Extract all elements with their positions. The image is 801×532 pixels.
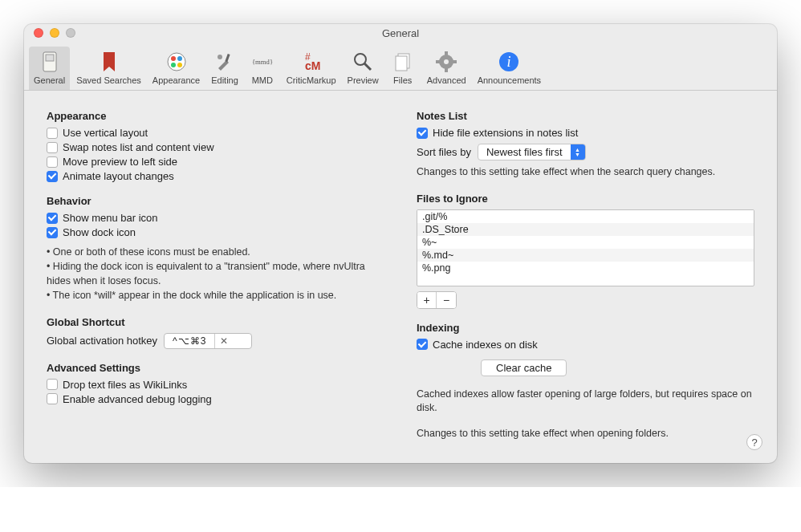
svg-text:i: i	[507, 54, 511, 70]
svg-text:cM: cM	[305, 59, 320, 72]
tools-icon	[213, 50, 237, 74]
svg-point-2	[168, 53, 185, 71]
left-column: Appearance Use vertical layoutSwap notes…	[47, 110, 384, 441]
behavior-label-1: Show dock icon	[63, 226, 136, 238]
behavior-checkbox-1[interactable]	[47, 227, 58, 238]
toolbar-tab-announcements[interactable]: iAnnouncements	[473, 47, 547, 90]
behavior-row-1[interactable]: Show dock icon	[47, 226, 384, 238]
appearance-checkbox-2[interactable]	[47, 156, 58, 168]
ignore-item-0[interactable]: .git/%	[417, 210, 754, 223]
toolbar-tab-appearance[interactable]: Appearance	[148, 47, 205, 90]
advanced-label-0: Drop text files as WikiLinks	[63, 379, 187, 391]
advanced-row-0[interactable]: Drop text files as WikiLinks	[47, 379, 384, 391]
sort-select[interactable]: Newest files first ▲▼	[478, 144, 586, 160]
advanced-label-1: Enable advanced debug logging	[63, 393, 212, 405]
toolbar-label: Editing	[211, 75, 238, 85]
behavior-heading: Behavior	[47, 195, 384, 207]
toolbar-label: CriticMarkup	[287, 75, 336, 85]
svg-point-3	[171, 56, 176, 61]
svg-rect-18	[445, 51, 448, 55]
behavior-note: • Hiding the dock icon is equivalent to …	[47, 259, 384, 288]
svg-rect-21	[453, 60, 457, 63]
behavior-note: • The icon *will* appear in the dock whi…	[47, 288, 384, 303]
appearance-row-2[interactable]: Move preview to left side	[47, 156, 384, 168]
toolbar-label: MMD	[252, 75, 273, 85]
advanced-settings-checkboxes: Drop text files as WikiLinksEnable advan…	[47, 379, 384, 405]
global-hotkey-label: Global activation hotkey	[47, 335, 157, 347]
global-hotkey-row: Global activation hotkey ^⌥⌘3 ✕	[47, 333, 384, 349]
toolbar-label: General	[34, 75, 65, 85]
svg-line-13	[364, 63, 371, 70]
titlebar: General	[24, 24, 777, 42]
appearance-label-3: Animate layout changes	[63, 170, 174, 182]
files-to-ignore-heading: Files to Ignore	[417, 193, 754, 205]
svg-point-17	[444, 59, 449, 64]
ignore-item-1[interactable]: .DS_Store	[417, 223, 754, 236]
cache-indexes-checkbox[interactable]	[417, 339, 428, 350]
preferences-window: General GeneralSaved SearchesAppearanceE…	[24, 24, 777, 463]
sort-label: Sort files by	[417, 146, 471, 158]
add-ignore-button[interactable]: +	[417, 292, 437, 308]
global-hotkey-field[interactable]: ^⌥⌘3 ✕	[164, 333, 252, 349]
add-remove-buttons: + −	[417, 291, 457, 309]
behavior-note: • One or both of these icons must be ena…	[47, 245, 384, 259]
indexing-heading: Indexing	[417, 322, 754, 334]
toolbar-label: Preview	[348, 75, 379, 85]
toolbar-label: Announcements	[478, 75, 542, 85]
ignore-item-4[interactable]: %.png	[417, 262, 754, 274]
toolbar-tab-preview[interactable]: Preview	[343, 47, 384, 90]
ignore-item-2[interactable]: %~	[417, 236, 754, 249]
appearance-checkbox-3[interactable]	[47, 171, 58, 182]
ignore-item-3[interactable]: %.md~	[417, 249, 754, 262]
svg-rect-15	[396, 56, 407, 71]
hide-extensions-row[interactable]: Hide file extensions in notes list	[417, 127, 754, 139]
appearance-checkbox-0[interactable]	[47, 128, 58, 139]
toolbar-tab-mmd[interactable]: {mmd}MMD	[245, 47, 280, 90]
right-column: Notes List Hide file extensions in notes…	[417, 110, 754, 441]
notes-list-heading: Notes List	[417, 110, 754, 122]
sort-row: Sort files by Newest files first ▲▼	[417, 144, 754, 160]
toolbar-tab-advanced[interactable]: Advanced	[422, 47, 471, 90]
clear-cache-button[interactable]: Clear cache	[481, 359, 567, 376]
advanced-checkbox-0[interactable]	[47, 379, 58, 390]
global-hotkey-clear[interactable]: ✕	[214, 334, 232, 348]
global-hotkey-value: ^⌥⌘3	[165, 334, 214, 348]
toolbar-tab-general[interactable]: General	[29, 47, 70, 90]
advanced-row-1[interactable]: Enable advanced debug logging	[47, 393, 384, 405]
indexing-desc1: Cached indexes allow faster opening of l…	[417, 388, 754, 416]
gear-icon	[434, 50, 458, 74]
behavior-checkbox-0[interactable]	[47, 213, 58, 224]
mmd-icon: {mmd}	[250, 50, 274, 74]
appearance-row-0[interactable]: Use vertical layout	[47, 127, 384, 139]
behavior-notes: • One or both of these icons must be ena…	[47, 245, 384, 303]
hide-extensions-checkbox[interactable]	[417, 128, 428, 139]
toolbar-label: Files	[393, 75, 412, 85]
svg-point-12	[355, 54, 366, 65]
indexing-desc2: Changes to this setting take effect when…	[417, 427, 754, 441]
sort-note: Changes to this setting take effect when…	[417, 165, 754, 180]
svg-rect-7	[225, 54, 230, 62]
toolbar-label: Saved Searches	[76, 75, 141, 85]
appearance-row-1[interactable]: Swap notes list and content view	[47, 141, 384, 153]
appearance-label-0: Use vertical layout	[63, 127, 148, 139]
toolbar-tab-editing[interactable]: Editing	[206, 47, 243, 90]
ignore-list[interactable]: .git/%.DS_Store%~%.md~%.png	[417, 209, 754, 286]
window-title: General	[24, 27, 777, 39]
toolbar-tab-saved-searches[interactable]: Saved Searches	[71, 47, 146, 90]
remove-ignore-button[interactable]: −	[437, 292, 456, 308]
bookmark-icon	[97, 50, 121, 74]
cache-indexes-row[interactable]: Cache indexes on disk	[417, 339, 754, 351]
svg-rect-20	[436, 60, 440, 63]
appearance-row-3[interactable]: Animate layout changes	[47, 170, 384, 182]
appearance-label-1: Swap notes list and content view	[63, 141, 214, 153]
svg-point-6	[177, 63, 182, 67]
advanced-checkbox-1[interactable]	[47, 393, 58, 404]
toolbar-tab-files[interactable]: Files	[385, 47, 421, 90]
switch-icon	[38, 50, 62, 74]
appearance-checkbox-1[interactable]	[47, 142, 58, 153]
content-area: Appearance Use vertical layoutSwap notes…	[24, 91, 777, 463]
toolbar-tab-criticmarkup[interactable]: #cMCriticMarkup	[282, 47, 341, 90]
behavior-row-0[interactable]: Show menu bar icon	[47, 212, 384, 224]
help-button[interactable]: ?	[746, 434, 762, 450]
svg-point-5	[171, 63, 176, 67]
